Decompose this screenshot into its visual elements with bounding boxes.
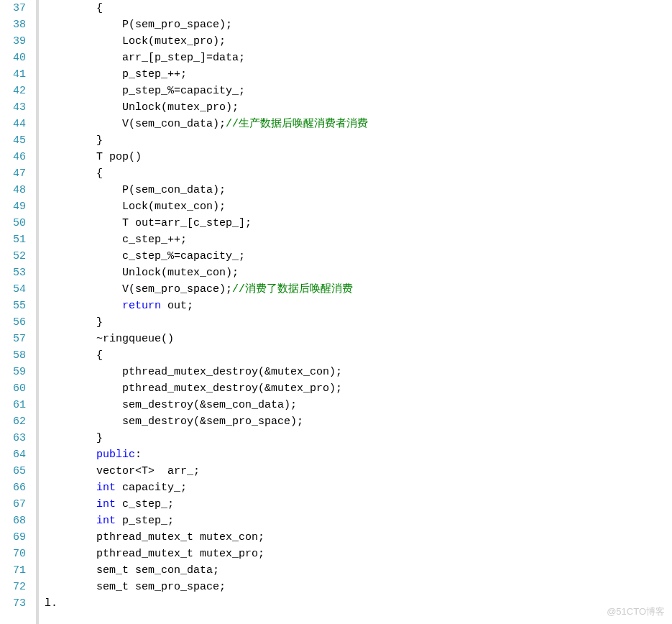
code-token: [ [187,217,193,229]
code-line[interactable]: sem_t sem_con_data; [45,562,672,579]
code-line[interactable]: } [45,430,672,446]
code-token: data [213,52,239,64]
code-line[interactable]: V(sem_pro_space);//消费了数据后唤醒消费 [45,281,672,298]
code-line[interactable]: sem_destroy(&sem_con_data); [45,397,672,413]
code-line[interactable]: pthread_mutex_t mutex_con; [45,529,672,546]
code-line[interactable]: T out=arr_[c_step_]; [45,215,672,231]
code-token: () [161,333,174,345]
code-token: [ [148,52,155,64]
code-line[interactable]: int c_step_; [45,496,672,513]
code-token: Lock [45,201,148,213]
code-line[interactable]: l. [45,595,672,612]
code-token: ); [290,416,303,428]
code-line[interactable]: public: [45,446,672,463]
line-number: 64 [13,446,26,463]
code-line[interactable]: Lock(mutex_con); [45,198,672,215]
code-token: sem_pro_space [135,19,219,31]
code-token: //生产数据后唤醒消费者消费 [226,118,368,130]
code-line[interactable]: } [45,314,672,331]
code-line[interactable]: P(sem_con_data); [45,182,672,198]
code-token: ( [148,35,155,47]
code-token: } [45,134,103,147]
code-token: sem_destroy [45,416,193,428]
line-number: 37 [13,0,26,17]
code-token: sem_con_data [135,184,213,196]
code-token: V [45,118,129,130]
line-number: 73 [13,595,26,612]
code-token: pthread_mutex_t mutex_con [45,531,258,543]
code-token: () [129,151,142,163]
code-token: ; [167,498,174,510]
line-number: 67 [13,496,26,513]
code-token: Lock [45,35,148,47]
code-line[interactable]: Unlock(mutex_con); [45,265,672,281]
code-line[interactable]: int capacity_; [45,480,672,496]
code-line[interactable]: return out; [45,298,672,314]
code-token: int [96,515,116,527]
code-line[interactable]: pthread_mutex_destroy(&mutex_pro); [45,380,672,397]
line-number: 65 [13,463,26,480]
code-line[interactable]: sem_t sem_pro_space; [45,579,672,595]
code-line[interactable]: c_step_++; [45,231,672,248]
code-token [45,482,96,494]
code-token: c_step_ [193,217,239,229]
code-line[interactable]: p_step_++; [45,66,672,83]
code-line[interactable]: pthread_mutex_t mutex_pro; [45,546,672,562]
code-token: ; [167,515,174,527]
line-number: 58 [13,347,26,364]
code-token: ~ [45,333,103,345]
line-number: 51 [13,231,26,248]
code-token: %= [167,85,180,97]
code-line[interactable]: P(sem_pro_space); [45,17,672,33]
code-token: arr_ [161,217,187,229]
line-number: 63 [13,430,26,446]
code-token: Unlock [45,267,161,279]
code-line[interactable]: int p_step_; [45,513,672,529]
code-token: } [45,432,103,444]
code-token: capacity_ [180,250,239,262]
code-line[interactable]: Lock(mutex_pro); [45,33,672,50]
code-line[interactable]: V(sem_con_data);//生产数据后唤醒消费者消费 [45,116,672,132]
code-line[interactable]: vector<T> arr_; [45,463,672,480]
code-line[interactable]: { [45,0,672,17]
line-number: 60 [13,380,26,397]
line-number: 47 [13,165,26,182]
code-token: = [155,217,161,229]
code-token: { [45,2,103,14]
code-token: mutex_pro [271,382,329,395]
line-number: 53 [13,265,26,281]
code-line[interactable]: c_step_%=capacity_; [45,248,672,265]
code-token: P [45,19,129,31]
code-line[interactable]: sem_destroy(&sem_pro_space); [45,413,672,430]
code-token: mutex_con [167,267,226,279]
code-token: T pop [45,151,129,163]
code-line[interactable]: { [45,165,672,182]
line-number: 72 [13,579,26,595]
code-token: T [142,465,148,477]
code-line[interactable]: Unlock(mutex_pro); [45,99,672,116]
code-line[interactable]: T pop() [45,149,672,165]
code-line[interactable]: arr_[p_step_]=data; [45,50,672,66]
code-token: ( [148,201,155,213]
code-line[interactable]: ~ringqueue() [45,331,672,347]
line-number: 39 [13,33,26,50]
line-number: 42 [13,83,26,99]
code-line[interactable]: { [45,347,672,364]
code-token: vector [45,465,135,477]
code-token: p_step_ [155,52,200,64]
code-token: ); [329,382,342,395]
code-area[interactable]: { P(sem_pro_space); Lock(mutex_pro); arr… [36,0,672,624]
code-line[interactable]: } [45,132,672,149]
code-line[interactable]: p_step_%=capacity_; [45,83,672,99]
code-line[interactable]: pthread_mutex_destroy(&mutex_con); [45,364,672,380]
line-number: 62 [13,413,26,430]
code-token: ringqueue [103,333,161,345]
code-token: ); [284,399,297,411]
code-token: ; [239,52,245,64]
code-token: pthread_mutex_destroy [45,382,258,395]
code-token: arr_ [45,52,148,64]
code-token: p_step_ [116,515,167,527]
code-editor[interactable]: 3738394041424344454647484950515253545556… [0,0,672,624]
code-token: sem_t sem_con_data [45,564,213,577]
line-number: 44 [13,116,26,132]
